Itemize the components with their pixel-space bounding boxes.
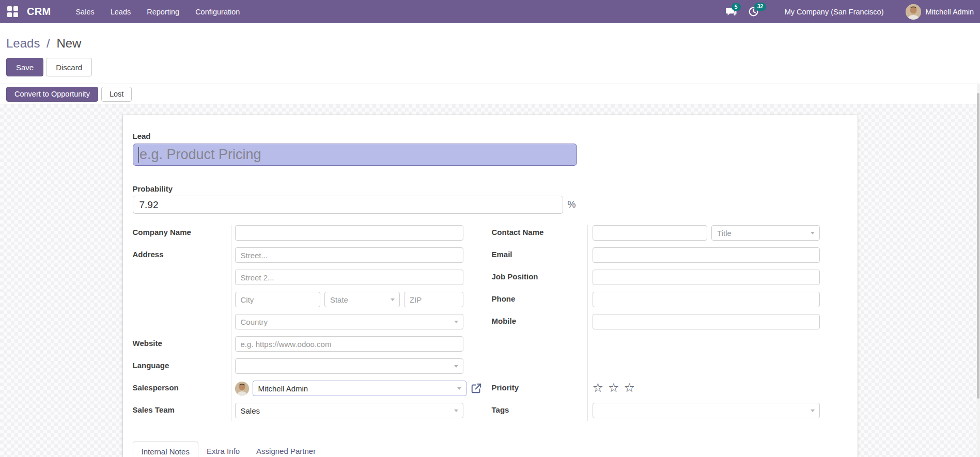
navbar-right: 5 32 My Company (San Francisco) xyxy=(725,4,974,20)
phone-label: Phone xyxy=(492,294,516,303)
contact-name-input[interactable] xyxy=(593,225,708,241)
tab-extra-info[interactable]: Extra Info xyxy=(198,442,248,457)
address-label: Address xyxy=(133,250,164,259)
email-label: Email xyxy=(492,250,512,259)
website-input[interactable] xyxy=(235,336,463,352)
notebook-tabs: Internal Notes Extra Info Assigned Partn… xyxy=(133,442,848,457)
tags-select[interactable] xyxy=(593,403,820,418)
main-menu: Sales Leads Reporting Configuration xyxy=(75,8,240,16)
lead-placeholder: e.g. Product Pricing xyxy=(139,147,261,163)
mobile-label: Mobile xyxy=(492,317,517,325)
mobile-input[interactable] xyxy=(593,314,820,329)
star-outline-icon[interactable]: ☆ xyxy=(624,381,635,395)
top-navbar: CRM Sales Leads Reporting Configuration … xyxy=(0,0,980,23)
messages-badge: 5 xyxy=(732,3,741,11)
probability-label: Probability xyxy=(133,184,848,193)
probability-input[interactable] xyxy=(133,196,563,214)
form-sheet: Lead e.g. Product Pricing Probability % … xyxy=(122,115,858,457)
avatar-image xyxy=(906,4,921,20)
apps-menu-icon[interactable] xyxy=(7,6,19,18)
company-switcher[interactable]: My Company (San Francisco) xyxy=(785,8,884,16)
chevron-down-icon xyxy=(811,409,815,412)
contact-name-label: Contact Name xyxy=(492,228,544,237)
lost-button[interactable]: Lost xyxy=(101,87,132,102)
convert-to-opportunity-button[interactable]: Convert to Opportunity xyxy=(6,87,98,102)
scrollbar-thumb[interactable] xyxy=(977,93,979,399)
chevron-down-icon xyxy=(811,232,815,234)
discard-button[interactable]: Discard xyxy=(46,58,92,76)
menu-reporting[interactable]: Reporting xyxy=(147,8,179,16)
text-cursor xyxy=(138,147,139,163)
country-select[interactable]: Country xyxy=(235,314,463,329)
phone-input[interactable] xyxy=(593,292,820,307)
street-input[interactable] xyxy=(235,247,463,263)
menu-leads[interactable]: Leads xyxy=(111,8,131,16)
language-select[interactable] xyxy=(235,358,463,374)
job-position-input[interactable] xyxy=(593,270,820,285)
star-outline-icon[interactable]: ☆ xyxy=(593,381,604,395)
form-view-content: Lead e.g. Product Pricing Probability % … xyxy=(0,104,980,457)
menu-sales[interactable]: Sales xyxy=(75,8,94,16)
sales-team-select[interactable]: Sales xyxy=(235,403,463,418)
control-panel-buttons: Save Discard xyxy=(6,58,974,76)
messages-button[interactable]: 5 xyxy=(725,7,737,17)
chevron-down-icon xyxy=(454,409,458,412)
language-label: Language xyxy=(133,361,169,370)
salesperson-avatar xyxy=(235,382,249,396)
job-position-label: Job Position xyxy=(492,272,538,281)
website-label: Website xyxy=(133,339,162,348)
percent-suffix: % xyxy=(568,199,576,210)
street2-input[interactable] xyxy=(235,270,463,285)
column-separator-right xyxy=(587,225,588,421)
breadcrumb: Leads / New xyxy=(6,23,974,51)
form-field-group: Company Name Contact Name Title Address xyxy=(133,225,848,421)
priority-label: Priority xyxy=(492,383,519,392)
lead-name-input[interactable]: e.g. Product Pricing xyxy=(133,144,577,166)
column-separator-left xyxy=(231,225,231,421)
menu-configuration[interactable]: Configuration xyxy=(195,8,240,16)
breadcrumb-leads-link[interactable]: Leads xyxy=(6,36,40,50)
title-select[interactable]: Title xyxy=(711,225,819,241)
control-panel: Leads / New Save Discard xyxy=(0,23,980,84)
breadcrumb-separator: / xyxy=(46,36,50,50)
salesperson-select[interactable]: Mitchell Admin xyxy=(253,381,466,396)
chevron-down-icon xyxy=(457,387,461,390)
company-name-input[interactable] xyxy=(235,225,463,241)
tab-internal-notes[interactable]: Internal Notes xyxy=(133,442,198,457)
vertical-scrollbar[interactable] xyxy=(977,84,980,457)
save-button[interactable]: Save xyxy=(6,58,43,76)
user-menu[interactable]: Mitchell Admin xyxy=(926,8,974,16)
lead-label: Lead xyxy=(133,132,848,140)
breadcrumb-current: New xyxy=(56,36,81,50)
odoo-crm-app: CRM Sales Leads Reporting Configuration … xyxy=(0,0,980,457)
priority-stars: ☆ ☆ ☆ xyxy=(593,381,820,395)
salesperson-label: Salesperson xyxy=(133,383,179,392)
chevron-down-icon xyxy=(454,365,458,368)
company-name-label: Company Name xyxy=(133,228,191,237)
chevron-down-icon xyxy=(391,298,395,301)
activities-button[interactable]: 32 xyxy=(748,6,759,17)
star-outline-icon[interactable]: ☆ xyxy=(608,381,619,395)
tab-assigned-partner[interactable]: Assigned Partner xyxy=(248,442,324,457)
sales-team-label: Sales Team xyxy=(133,405,175,414)
zip-input[interactable] xyxy=(404,292,463,307)
chevron-down-icon xyxy=(454,321,458,323)
form-statusbar: Convert to Opportunity Lost xyxy=(0,84,980,104)
activities-badge: 32 xyxy=(754,3,767,11)
email-input[interactable] xyxy=(593,247,820,263)
state-select[interactable]: State xyxy=(324,292,400,307)
city-input[interactable] xyxy=(235,292,320,307)
tags-label: Tags xyxy=(492,405,509,414)
user-avatar[interactable] xyxy=(906,4,921,20)
app-title[interactable]: CRM xyxy=(27,6,51,18)
